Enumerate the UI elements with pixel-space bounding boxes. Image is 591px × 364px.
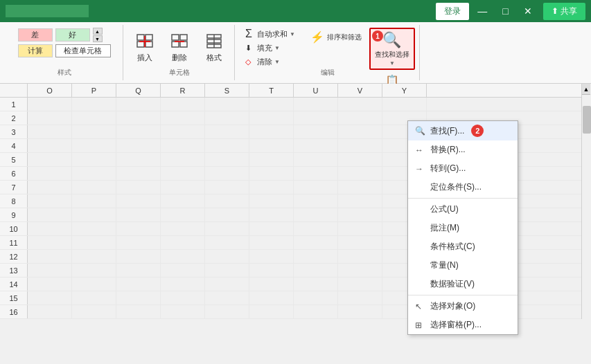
cell[interactable]: [249, 194, 294, 208]
cell[interactable]: [294, 277, 338, 291]
scroll-up[interactable]: ▲: [93, 28, 103, 35]
fill-dropdown[interactable]: ▼: [274, 45, 280, 51]
cell[interactable]: [249, 305, 294, 319]
cell[interactable]: [72, 236, 116, 250]
cell[interactable]: [116, 291, 161, 305]
cell[interactable]: [249, 291, 294, 305]
cell[interactable]: [72, 167, 116, 181]
cell[interactable]: [249, 277, 294, 291]
cell[interactable]: [205, 305, 249, 319]
maximize-button[interactable]: □: [495, 3, 515, 20]
cell[interactable]: [249, 236, 294, 250]
filename-input[interactable]: [6, 5, 89, 17]
cell[interactable]: [28, 167, 72, 181]
cell[interactable]: [161, 111, 205, 125]
cell[interactable]: [294, 139, 338, 153]
menu-select-objects[interactable]: ↖ 选择对象(O): [408, 297, 518, 316]
cell[interactable]: [28, 277, 72, 291]
menu-goto[interactable]: → 转到(G)...: [408, 159, 518, 178]
cell[interactable]: [249, 139, 294, 153]
menu-validation[interactable]: 数据验证(V): [408, 275, 518, 293]
cell[interactable]: [161, 181, 205, 194]
cell[interactable]: [28, 222, 72, 236]
cell[interactable]: [28, 194, 72, 208]
cell[interactable]: [382, 98, 427, 111]
cell[interactable]: [205, 194, 249, 208]
cell[interactable]: [338, 194, 382, 208]
find-dropdown[interactable]: ▼: [389, 60, 395, 66]
login-button[interactable]: 登录: [436, 3, 469, 20]
cell[interactable]: [205, 264, 249, 277]
cell[interactable]: [294, 208, 338, 222]
cell[interactable]: [294, 222, 338, 236]
autosum-dropdown[interactable]: ▼: [290, 31, 295, 37]
cell[interactable]: [161, 125, 205, 139]
cell[interactable]: [72, 153, 116, 167]
menu-constants[interactable]: 常量(N): [408, 256, 518, 275]
cell[interactable]: [249, 208, 294, 222]
cell[interactable]: [72, 181, 116, 194]
cell[interactable]: [28, 291, 72, 305]
cell[interactable]: [294, 236, 338, 250]
menu-find[interactable]: 🔍 查找(F)... 2: [408, 121, 518, 140]
cell[interactable]: [294, 98, 338, 111]
cell[interactable]: [338, 277, 382, 291]
cell[interactable]: [294, 250, 338, 264]
cell[interactable]: [294, 181, 338, 194]
menu-goto-special[interactable]: 定位条件(S)...: [408, 178, 518, 197]
cell[interactable]: [338, 111, 382, 125]
minimize-button[interactable]: —: [470, 3, 494, 20]
cell[interactable]: [249, 222, 294, 236]
scroll-down[interactable]: ▼: [93, 35, 103, 42]
cell[interactable]: [249, 250, 294, 264]
cell[interactable]: [294, 194, 338, 208]
cell[interactable]: [28, 208, 72, 222]
cell[interactable]: [116, 125, 161, 139]
cell[interactable]: [338, 222, 382, 236]
cell[interactable]: [338, 264, 382, 277]
sort-filter-button[interactable]: ⚡ 排序和筛选: [306, 28, 367, 46]
clear-button[interactable]: ◇ 清除 ▼: [240, 55, 300, 68]
cell[interactable]: [338, 98, 382, 111]
cell[interactable]: [161, 194, 205, 208]
cell[interactable]: [72, 125, 116, 139]
cell[interactable]: [72, 291, 116, 305]
cell[interactable]: [249, 153, 294, 167]
cell[interactable]: [161, 222, 205, 236]
cell[interactable]: [161, 250, 205, 264]
cell[interactable]: [116, 222, 161, 236]
cell[interactable]: [294, 125, 338, 139]
cell[interactable]: [72, 222, 116, 236]
cell[interactable]: [116, 236, 161, 250]
cell[interactable]: [205, 208, 249, 222]
cell[interactable]: [72, 277, 116, 291]
cell[interactable]: [338, 250, 382, 264]
fill-button[interactable]: ⬇ 填充 ▼: [240, 42, 300, 54]
menu-comments[interactable]: 批注(M): [408, 219, 518, 237]
cell[interactable]: [249, 98, 294, 111]
cell[interactable]: [205, 277, 249, 291]
cell[interactable]: [205, 222, 249, 236]
delete-button[interactable]: 删除: [165, 28, 194, 66]
scrollbar-thumb[interactable]: [583, 106, 591, 134]
autosum-button[interactable]: Σ 自动求和 ▼: [240, 28, 300, 40]
cell[interactable]: [28, 153, 72, 167]
cell[interactable]: [28, 98, 72, 111]
cell[interactable]: [28, 250, 72, 264]
cell[interactable]: [28, 139, 72, 153]
cell[interactable]: [28, 111, 72, 125]
clear-dropdown[interactable]: ▼: [274, 59, 280, 65]
cell[interactable]: [116, 98, 161, 111]
cell[interactable]: [161, 305, 205, 319]
cell[interactable]: [338, 291, 382, 305]
cell[interactable]: [72, 305, 116, 319]
cell[interactable]: [338, 305, 382, 319]
cell[interactable]: [338, 181, 382, 194]
cell[interactable]: [205, 98, 249, 111]
cell[interactable]: [72, 139, 116, 153]
menu-select-pane[interactable]: ⊞ 选择窗格(P)...: [408, 316, 518, 334]
cell[interactable]: [161, 236, 205, 250]
cell[interactable]: [116, 111, 161, 125]
cell[interactable]: [338, 125, 382, 139]
cell[interactable]: [338, 153, 382, 167]
